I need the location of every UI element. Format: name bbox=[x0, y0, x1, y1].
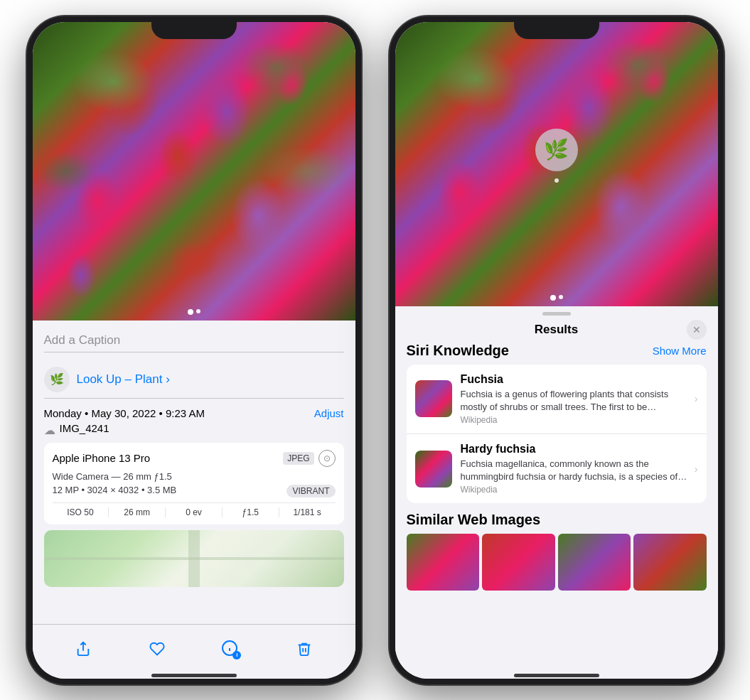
map-preview[interactable] bbox=[44, 530, 344, 587]
date-text: Monday • May 30, 2022 • 9:23 AM bbox=[44, 407, 205, 419]
camera-info-card: Apple iPhone 13 Pro JPEG ⊙ Wide Camera —… bbox=[44, 443, 344, 524]
lookup-text: Look Up – Plant › bbox=[77, 372, 170, 387]
caption-field[interactable]: Add a Caption bbox=[44, 329, 344, 352]
similar-images-grid bbox=[407, 534, 707, 591]
info-button[interactable]: i bbox=[215, 633, 246, 664]
lookup-row[interactable]: 🌿 Look Up – Plant › bbox=[44, 361, 344, 399]
siri-button[interactable]: 🌿 bbox=[535, 129, 578, 171]
exif-ev: 0 ev bbox=[166, 507, 223, 517]
results-sheet: Results ✕ Siri Knowledge Show More Fuchs… bbox=[395, 306, 718, 679]
phone-2: 🌿 Results ✕ Siri Knowledge Show More bbox=[390, 16, 724, 684]
favorite-button[interactable] bbox=[141, 633, 173, 664]
dot-3 bbox=[550, 295, 556, 301]
similar-image-3[interactable] bbox=[558, 534, 631, 591]
knowledge-item-fuchsia[interactable]: Fuchsia Fuchsia is a genus of flowering … bbox=[407, 365, 707, 434]
filename: IMG_4241 bbox=[60, 422, 109, 434]
fuchsia-chevron-icon: › bbox=[695, 393, 698, 404]
photo-image[interactable] bbox=[33, 22, 355, 321]
page-indicator bbox=[188, 309, 200, 315]
knowledge-card: Fuchsia Fuchsia is a genus of flowering … bbox=[407, 365, 707, 504]
fuchsia-text: Fuchsia Fuchsia is a genus of flowering … bbox=[461, 373, 689, 425]
notch-1 bbox=[151, 16, 237, 39]
date-row: Monday • May 30, 2022 • 9:23 AM Adjust bbox=[44, 407, 344, 419]
home-bar-2 bbox=[514, 674, 599, 677]
similar-image-4[interactable] bbox=[633, 534, 707, 591]
page-indicator-2 bbox=[550, 295, 563, 301]
exif-focal: 26 mm bbox=[109, 507, 166, 517]
dot-1 bbox=[188, 309, 193, 315]
delete-button[interactable] bbox=[289, 633, 320, 664]
exif-aperture: ƒ1.5 bbox=[223, 507, 279, 517]
photo-info-panel: Add a Caption 🌿 Look Up – Plant › Monday… bbox=[33, 321, 355, 624]
hardy-source: Wikipedia bbox=[461, 485, 689, 495]
photo-image-2: 🌿 bbox=[395, 22, 718, 306]
siri-icon: 🌿 bbox=[544, 138, 569, 161]
results-header: Results ✕ bbox=[395, 316, 718, 343]
photo-toolbar: i bbox=[33, 624, 355, 679]
similar-images-section: Similar Web Images bbox=[407, 512, 707, 591]
camera-header: Apple iPhone 13 Pro JPEG ⊙ bbox=[53, 450, 336, 467]
hardy-text: Hardy fuchsia Fuchsia magellanica, commo… bbox=[461, 443, 689, 495]
show-more-button[interactable]: Show More bbox=[653, 345, 707, 357]
fuchsia-description: Fuchsia is a genus of flowering plants t… bbox=[461, 388, 689, 414]
results-content: Siri Knowledge Show More Fuchsia Fuchsia… bbox=[395, 343, 718, 679]
similar-image-2[interactable] bbox=[482, 534, 555, 591]
fuchsia-title: Fuchsia bbox=[461, 373, 689, 386]
exif-shutter: 1/181 s bbox=[279, 507, 336, 517]
hardy-description: Fuchsia magellanica, commonly known as t… bbox=[461, 458, 689, 483]
megapixels-detail: 12 MP • 3024 × 4032 • 3.5 MB bbox=[53, 485, 177, 495]
location-row: IMG_4241 bbox=[44, 422, 344, 434]
phone-1: Add a Caption 🌿 Look Up – Plant › Monday… bbox=[27, 16, 361, 684]
hardy-chevron-icon: › bbox=[695, 463, 698, 475]
cloud-icon bbox=[44, 424, 57, 432]
home-bar-1 bbox=[151, 674, 237, 677]
adjust-button[interactable]: Adjust bbox=[314, 407, 344, 419]
screen-1: Add a Caption 🌿 Look Up – Plant › Monday… bbox=[33, 22, 355, 679]
fuchsia-source: Wikipedia bbox=[461, 415, 689, 425]
knowledge-item-hardy[interactable]: Hardy fuchsia Fuchsia magellanica, commo… bbox=[407, 434, 707, 503]
share-button[interactable] bbox=[68, 633, 99, 664]
similar-images-title: Similar Web Images bbox=[407, 512, 707, 528]
siri-knowledge-header: Siri Knowledge Show More bbox=[407, 343, 707, 359]
results-title: Results bbox=[535, 323, 578, 337]
close-button[interactable]: ✕ bbox=[687, 320, 707, 340]
jpeg-badge: JPEG bbox=[283, 452, 314, 465]
hardy-thumbnail bbox=[415, 451, 452, 488]
screen-2: 🌿 Results ✕ Siri Knowledge Show More bbox=[395, 22, 718, 679]
exif-iso: ISO 50 bbox=[53, 507, 109, 517]
camera-name: Apple iPhone 13 Pro bbox=[53, 452, 151, 464]
hardy-title: Hardy fuchsia bbox=[461, 443, 689, 456]
vibrant-badge: VIBRANT bbox=[286, 485, 335, 497]
fuchsia-thumbnail bbox=[415, 380, 452, 417]
similar-image-1[interactable] bbox=[407, 534, 480, 591]
exif-row: ISO 50 26 mm 0 ev ƒ1.5 1/181 s bbox=[53, 502, 336, 517]
wide-camera-detail: Wide Camera — 26 mm ƒ1.5 bbox=[53, 471, 336, 482]
location-settings-icon[interactable]: ⊙ bbox=[318, 450, 336, 467]
lookup-icon: 🌿 bbox=[44, 367, 70, 392]
dot-2 bbox=[196, 309, 200, 313]
notch-2 bbox=[514, 16, 599, 39]
dot-4 bbox=[559, 295, 563, 299]
siri-knowledge-title: Siri Knowledge bbox=[407, 343, 509, 359]
megapixels-row: 12 MP • 3024 × 4032 • 3.5 MB VIBRANT bbox=[53, 485, 336, 498]
siri-dot bbox=[555, 178, 559, 183]
